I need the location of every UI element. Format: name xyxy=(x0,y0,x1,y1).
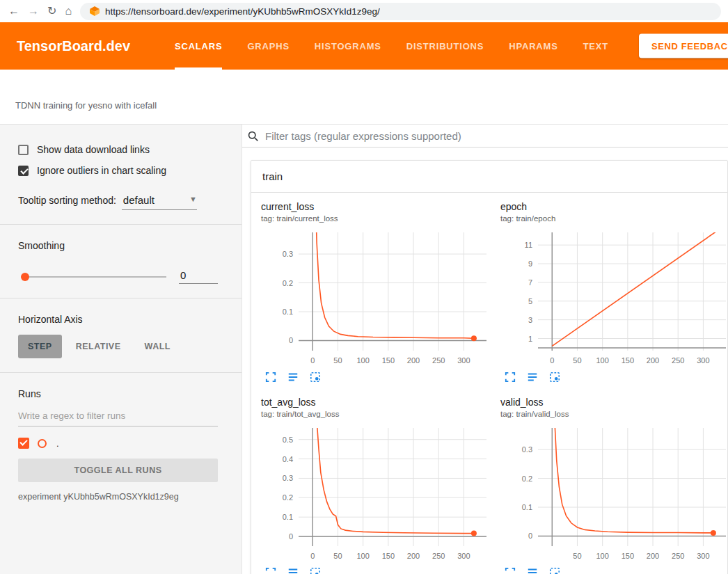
svg-text:5: 5 xyxy=(528,297,532,305)
svg-text:0.1: 0.1 xyxy=(283,308,293,316)
experiment-title: TDNN training for yesno with icefall xyxy=(15,100,728,111)
toggle-all-runs-button[interactable]: TOGGLE ALL RUNS xyxy=(18,459,218,482)
app-header: TensorBoard.dev SCALARS GRAPHS HISTOGRAM… xyxy=(0,22,728,70)
settings-sidebar: Show data download links Ignore outliers… xyxy=(0,125,242,574)
fullscreen-icon[interactable] xyxy=(505,567,516,574)
axis-step-button[interactable]: STEP xyxy=(18,335,62,358)
chart-card: epochtag: train/epoch0501001502002503001… xyxy=(500,201,728,383)
smoothing-label: Smoothing xyxy=(18,240,218,251)
reload-icon[interactable]: ↻ xyxy=(47,6,56,17)
filter-tags-row xyxy=(242,125,728,148)
svg-text:100: 100 xyxy=(596,356,608,365)
fit-domain-icon[interactable] xyxy=(549,567,560,574)
smoothing-slider[interactable] xyxy=(22,276,166,278)
svg-text:100: 100 xyxy=(596,552,608,560)
tab-scalars[interactable]: SCALARS xyxy=(175,22,222,70)
chart-toolbar xyxy=(500,372,728,383)
home-icon[interactable]: ⌂ xyxy=(65,6,72,17)
run-row[interactable]: . xyxy=(18,438,218,449)
chevron-down-icon: ▼ xyxy=(189,195,197,203)
address-bar[interactable]: https://tensorboard.dev/experiment/yKUbh… xyxy=(80,3,721,20)
search-icon xyxy=(247,130,259,142)
svg-text:200: 200 xyxy=(407,552,420,560)
axis-wall-button[interactable]: WALL xyxy=(135,335,180,358)
svg-text:7: 7 xyxy=(528,278,532,287)
chart-title: valid_loss xyxy=(500,397,728,408)
line-chart[interactable]: 0501001502002503001357911 xyxy=(500,230,728,369)
tooltip-sorting-value: default xyxy=(123,194,155,206)
divider xyxy=(0,224,242,225)
svg-text:100: 100 xyxy=(356,356,369,365)
filter-tags-input[interactable] xyxy=(265,130,728,142)
fullscreen-icon[interactable] xyxy=(265,372,276,383)
svg-text:0.2: 0.2 xyxy=(283,493,293,502)
svg-text:0.2: 0.2 xyxy=(283,279,293,287)
checkbox-checked-icon[interactable] xyxy=(18,166,29,176)
fit-domain-icon[interactable] xyxy=(549,372,560,383)
tab-graphs[interactable]: GRAPHS xyxy=(247,22,289,70)
train-group-card: train current_losstag: train/current_los… xyxy=(251,160,728,574)
fit-domain-icon[interactable] xyxy=(310,372,321,383)
tooltip-sorting-select[interactable]: default ▼ xyxy=(122,194,197,210)
svg-text:0.3: 0.3 xyxy=(283,250,293,258)
svg-text:0.3: 0.3 xyxy=(283,474,293,482)
tensorboard-favicon xyxy=(90,6,100,16)
svg-text:0.1: 0.1 xyxy=(522,503,532,511)
charts-grid: current_losstag: train/current_loss05010… xyxy=(251,193,727,574)
chart-title: epoch xyxy=(500,201,728,212)
smoothing-value[interactable]: 0 xyxy=(179,269,218,284)
forward-icon[interactable]: → xyxy=(28,6,39,17)
horizontal-lines-icon[interactable] xyxy=(527,372,538,383)
line-chart[interactable]: 5010015020025030000.10.20.3 xyxy=(500,425,728,564)
ignore-outliers-option[interactable]: Ignore outliers in chart scaling xyxy=(18,165,218,176)
fit-domain-icon[interactable] xyxy=(310,567,321,574)
svg-text:3: 3 xyxy=(528,316,532,324)
group-title[interactable]: train xyxy=(251,161,727,193)
checkbox-label: Ignore outliers in chart scaling xyxy=(37,165,166,176)
line-chart[interactable]: 05010015020025030000.10.20.3 xyxy=(261,230,491,369)
line-chart[interactable]: 05010015020025030000.10.20.30.40.5 xyxy=(261,425,491,564)
back-icon[interactable]: ← xyxy=(8,6,19,17)
slider-thumb[interactable] xyxy=(21,273,29,281)
svg-text:200: 200 xyxy=(407,356,420,365)
run-isolate-icon[interactable] xyxy=(38,439,47,448)
svg-text:150: 150 xyxy=(382,356,395,365)
svg-text:0: 0 xyxy=(550,356,554,365)
svg-text:11: 11 xyxy=(525,241,532,249)
fullscreen-icon[interactable] xyxy=(265,567,276,574)
svg-text:300: 300 xyxy=(457,552,470,560)
svg-text:0.2: 0.2 xyxy=(522,475,532,483)
chart-tag: tag: train/epoch xyxy=(500,214,728,223)
run-checkbox-icon[interactable] xyxy=(18,438,29,449)
horizontal-lines-icon[interactable] xyxy=(287,567,299,574)
svg-text:0.4: 0.4 xyxy=(283,455,293,463)
svg-text:0: 0 xyxy=(310,356,315,365)
send-feedback-button[interactable]: SEND FEEDBACK xyxy=(639,34,728,58)
svg-text:200: 200 xyxy=(647,356,659,365)
fullscreen-icon[interactable] xyxy=(505,372,516,383)
tab-distributions[interactable]: DISTRIBUTIONS xyxy=(406,22,484,70)
scalars-dashboard: train current_losstag: train/current_los… xyxy=(242,125,728,574)
divider xyxy=(0,298,242,298)
tab-hparams[interactable]: HPARAMS xyxy=(509,22,557,70)
horizontal-axis-label: Horizontal Axis xyxy=(18,314,218,325)
axis-relative-button[interactable]: RELATIVE xyxy=(66,335,131,358)
runs-filter-input[interactable] xyxy=(18,410,218,426)
show-download-links-option[interactable]: Show data download links xyxy=(18,144,218,155)
svg-text:0: 0 xyxy=(289,336,293,344)
subheader: TDNN training for yesno with icefall xyxy=(0,70,728,124)
svg-text:50: 50 xyxy=(573,552,581,560)
svg-text:0: 0 xyxy=(528,532,532,540)
horizontal-lines-icon[interactable] xyxy=(527,567,538,574)
app-title: TensorBoard.dev xyxy=(17,22,130,70)
checkbox-unchecked-icon[interactable] xyxy=(18,145,29,155)
tab-histograms[interactable]: HISTOGRAMS xyxy=(315,22,381,70)
chart-card: current_losstag: train/current_loss05010… xyxy=(261,201,491,383)
horizontal-lines-icon[interactable] xyxy=(287,372,299,383)
tab-text[interactable]: TEXT xyxy=(583,22,608,70)
svg-text:150: 150 xyxy=(622,356,634,365)
chart-toolbar xyxy=(500,567,728,574)
browser-chrome: ← → ↻ ⌂ https://tensorboard.dev/experime… xyxy=(0,0,728,22)
chart-card: tot_avg_losstag: train/tot_avg_loss05010… xyxy=(261,397,491,574)
svg-text:0.3: 0.3 xyxy=(522,445,532,454)
